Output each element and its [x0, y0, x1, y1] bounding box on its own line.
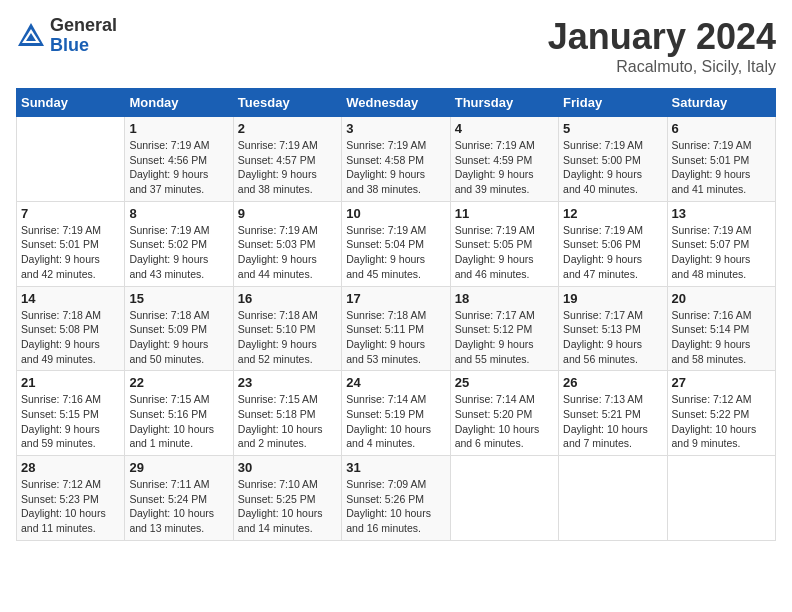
- calendar-day-cell: 17Sunrise: 7:18 AMSunset: 5:11 PMDayligh…: [342, 286, 450, 371]
- calendar-day-cell: 31Sunrise: 7:09 AMSunset: 5:26 PMDayligh…: [342, 456, 450, 541]
- calendar-week-row: 21Sunrise: 7:16 AMSunset: 5:15 PMDayligh…: [17, 371, 776, 456]
- day-number: 1: [129, 121, 228, 136]
- day-info: Sunrise: 7:15 AMSunset: 5:16 PMDaylight:…: [129, 392, 228, 451]
- day-info: Sunrise: 7:19 AMSunset: 5:01 PMDaylight:…: [672, 138, 771, 197]
- day-info: Sunrise: 7:17 AMSunset: 5:12 PMDaylight:…: [455, 308, 554, 367]
- day-number: 13: [672, 206, 771, 221]
- day-number: 8: [129, 206, 228, 221]
- day-number: 26: [563, 375, 662, 390]
- calendar-day-cell: 18Sunrise: 7:17 AMSunset: 5:12 PMDayligh…: [450, 286, 558, 371]
- day-info: Sunrise: 7:14 AMSunset: 5:19 PMDaylight:…: [346, 392, 445, 451]
- calendar-week-row: 1Sunrise: 7:19 AMSunset: 4:56 PMDaylight…: [17, 117, 776, 202]
- day-info: Sunrise: 7:13 AMSunset: 5:21 PMDaylight:…: [563, 392, 662, 451]
- day-number: 12: [563, 206, 662, 221]
- day-info: Sunrise: 7:19 AMSunset: 5:07 PMDaylight:…: [672, 223, 771, 282]
- day-info: Sunrise: 7:12 AMSunset: 5:23 PMDaylight:…: [21, 477, 120, 536]
- day-info: Sunrise: 7:16 AMSunset: 5:15 PMDaylight:…: [21, 392, 120, 451]
- calendar-day-cell: 4Sunrise: 7:19 AMSunset: 4:59 PMDaylight…: [450, 117, 558, 202]
- day-info: Sunrise: 7:12 AMSunset: 5:22 PMDaylight:…: [672, 392, 771, 451]
- day-info: Sunrise: 7:11 AMSunset: 5:24 PMDaylight:…: [129, 477, 228, 536]
- day-number: 24: [346, 375, 445, 390]
- day-number: 19: [563, 291, 662, 306]
- day-info: Sunrise: 7:16 AMSunset: 5:14 PMDaylight:…: [672, 308, 771, 367]
- month-year: January 2024: [548, 16, 776, 58]
- calendar-day-cell: 15Sunrise: 7:18 AMSunset: 5:09 PMDayligh…: [125, 286, 233, 371]
- title-block: January 2024 Racalmuto, Sicily, Italy: [548, 16, 776, 76]
- day-number: 31: [346, 460, 445, 475]
- calendar-day-cell: 12Sunrise: 7:19 AMSunset: 5:06 PMDayligh…: [559, 201, 667, 286]
- day-number: 30: [238, 460, 337, 475]
- calendar-day-cell: 1Sunrise: 7:19 AMSunset: 4:56 PMDaylight…: [125, 117, 233, 202]
- day-info: Sunrise: 7:18 AMSunset: 5:09 PMDaylight:…: [129, 308, 228, 367]
- day-number: 2: [238, 121, 337, 136]
- day-info: Sunrise: 7:19 AMSunset: 4:59 PMDaylight:…: [455, 138, 554, 197]
- calendar-day-cell: 21Sunrise: 7:16 AMSunset: 5:15 PMDayligh…: [17, 371, 125, 456]
- day-number: 15: [129, 291, 228, 306]
- weekday-header-row: SundayMondayTuesdayWednesdayThursdayFrid…: [17, 89, 776, 117]
- logo-icon: [16, 21, 46, 51]
- calendar-day-cell: 8Sunrise: 7:19 AMSunset: 5:02 PMDaylight…: [125, 201, 233, 286]
- day-info: Sunrise: 7:19 AMSunset: 5:06 PMDaylight:…: [563, 223, 662, 282]
- calendar-day-cell: 14Sunrise: 7:18 AMSunset: 5:08 PMDayligh…: [17, 286, 125, 371]
- day-info: Sunrise: 7:17 AMSunset: 5:13 PMDaylight:…: [563, 308, 662, 367]
- day-number: 21: [21, 375, 120, 390]
- day-info: Sunrise: 7:19 AMSunset: 5:00 PMDaylight:…: [563, 138, 662, 197]
- page-header: General Blue January 2024 Racalmuto, Sic…: [16, 16, 776, 76]
- calendar-day-cell: [667, 456, 775, 541]
- day-info: Sunrise: 7:10 AMSunset: 5:25 PMDaylight:…: [238, 477, 337, 536]
- day-number: 4: [455, 121, 554, 136]
- calendar-day-cell: 22Sunrise: 7:15 AMSunset: 5:16 PMDayligh…: [125, 371, 233, 456]
- weekday-header: Wednesday: [342, 89, 450, 117]
- weekday-header: Thursday: [450, 89, 558, 117]
- calendar-day-cell: 26Sunrise: 7:13 AMSunset: 5:21 PMDayligh…: [559, 371, 667, 456]
- calendar-day-cell: 7Sunrise: 7:19 AMSunset: 5:01 PMDaylight…: [17, 201, 125, 286]
- calendar-day-cell: 2Sunrise: 7:19 AMSunset: 4:57 PMDaylight…: [233, 117, 341, 202]
- calendar-week-row: 28Sunrise: 7:12 AMSunset: 5:23 PMDayligh…: [17, 456, 776, 541]
- calendar-day-cell: [17, 117, 125, 202]
- day-number: 14: [21, 291, 120, 306]
- calendar-day-cell: 6Sunrise: 7:19 AMSunset: 5:01 PMDaylight…: [667, 117, 775, 202]
- location: Racalmuto, Sicily, Italy: [548, 58, 776, 76]
- calendar-day-cell: 27Sunrise: 7:12 AMSunset: 5:22 PMDayligh…: [667, 371, 775, 456]
- calendar-day-cell: 23Sunrise: 7:15 AMSunset: 5:18 PMDayligh…: [233, 371, 341, 456]
- calendar-day-cell: 3Sunrise: 7:19 AMSunset: 4:58 PMDaylight…: [342, 117, 450, 202]
- calendar-day-cell: 20Sunrise: 7:16 AMSunset: 5:14 PMDayligh…: [667, 286, 775, 371]
- weekday-header: Saturday: [667, 89, 775, 117]
- day-info: Sunrise: 7:19 AMSunset: 4:56 PMDaylight:…: [129, 138, 228, 197]
- calendar-day-cell: 24Sunrise: 7:14 AMSunset: 5:19 PMDayligh…: [342, 371, 450, 456]
- day-number: 9: [238, 206, 337, 221]
- day-info: Sunrise: 7:19 AMSunset: 5:02 PMDaylight:…: [129, 223, 228, 282]
- calendar-day-cell: 30Sunrise: 7:10 AMSunset: 5:25 PMDayligh…: [233, 456, 341, 541]
- calendar-day-cell: 5Sunrise: 7:19 AMSunset: 5:00 PMDaylight…: [559, 117, 667, 202]
- day-number: 3: [346, 121, 445, 136]
- day-number: 18: [455, 291, 554, 306]
- weekday-header: Tuesday: [233, 89, 341, 117]
- day-number: 10: [346, 206, 445, 221]
- day-number: 16: [238, 291, 337, 306]
- day-number: 25: [455, 375, 554, 390]
- day-info: Sunrise: 7:18 AMSunset: 5:10 PMDaylight:…: [238, 308, 337, 367]
- day-number: 5: [563, 121, 662, 136]
- calendar-day-cell: 11Sunrise: 7:19 AMSunset: 5:05 PMDayligh…: [450, 201, 558, 286]
- day-info: Sunrise: 7:19 AMSunset: 5:01 PMDaylight:…: [21, 223, 120, 282]
- calendar-week-row: 14Sunrise: 7:18 AMSunset: 5:08 PMDayligh…: [17, 286, 776, 371]
- calendar-day-cell: 29Sunrise: 7:11 AMSunset: 5:24 PMDayligh…: [125, 456, 233, 541]
- day-number: 17: [346, 291, 445, 306]
- calendar-day-cell: [450, 456, 558, 541]
- day-number: 27: [672, 375, 771, 390]
- calendar-day-cell: 10Sunrise: 7:19 AMSunset: 5:04 PMDayligh…: [342, 201, 450, 286]
- day-number: 20: [672, 291, 771, 306]
- day-info: Sunrise: 7:18 AMSunset: 5:08 PMDaylight:…: [21, 308, 120, 367]
- day-number: 29: [129, 460, 228, 475]
- day-info: Sunrise: 7:09 AMSunset: 5:26 PMDaylight:…: [346, 477, 445, 536]
- day-info: Sunrise: 7:19 AMSunset: 5:05 PMDaylight:…: [455, 223, 554, 282]
- calendar-week-row: 7Sunrise: 7:19 AMSunset: 5:01 PMDaylight…: [17, 201, 776, 286]
- day-number: 22: [129, 375, 228, 390]
- weekday-header: Sunday: [17, 89, 125, 117]
- day-info: Sunrise: 7:19 AMSunset: 4:57 PMDaylight:…: [238, 138, 337, 197]
- day-info: Sunrise: 7:18 AMSunset: 5:11 PMDaylight:…: [346, 308, 445, 367]
- logo-blue: Blue: [50, 36, 117, 56]
- calendar-day-cell: [559, 456, 667, 541]
- day-number: 11: [455, 206, 554, 221]
- weekday-header: Friday: [559, 89, 667, 117]
